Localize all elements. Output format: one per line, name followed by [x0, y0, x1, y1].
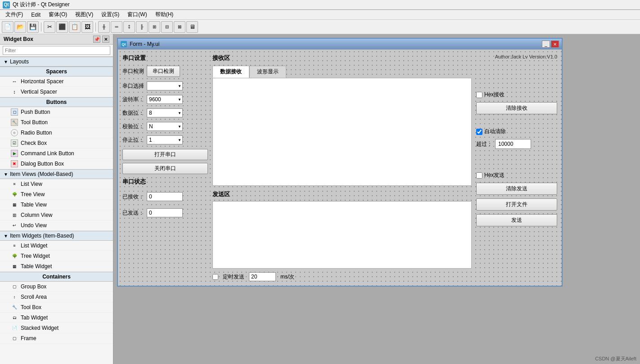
sidebar-item-group-box[interactable]: ▢ Group Box [0, 282, 113, 292]
toolbar-layout7[interactable]: ⊠ [174, 21, 185, 33]
sidebar-item-tab-widget[interactable]: 🗂 Tab Widget [0, 313, 113, 323]
sidebar-item-check-box[interactable]: ☑ Check Box [0, 138, 113, 148]
sidebar-item-stacked-widget[interactable]: 📄 Stacked Widget [0, 323, 113, 333]
sent-group: 已发送： [122, 208, 208, 217]
detect-btn[interactable]: 串口检测 [147, 66, 180, 77]
toolbar-layout4[interactable]: ╟ [136, 21, 148, 33]
send-btn[interactable]: 发送 [476, 214, 557, 226]
title-bar: Qt Qt 设计师 - Qt Designer [0, 0, 640, 10]
section-containers[interactable]: Containers [0, 272, 113, 282]
databits-select[interactable]: 8 [147, 108, 183, 117]
open-file-btn[interactable]: 打开文件 [476, 198, 557, 211]
hex-send-checkbox[interactable] [476, 172, 482, 179]
toolbar-new[interactable]: 📄 [2, 21, 14, 33]
auto-clear-checkbox[interactable] [476, 129, 482, 135]
toolbar-layout2[interactable]: ═ [111, 21, 122, 33]
section-item-widgets[interactable]: ▼ Item Widgets (Item-Based) [0, 231, 113, 241]
send-title: 发送区 [212, 190, 472, 198]
menu-file[interactable]: 文件(F) [2, 10, 27, 19]
parity-select[interactable]: N [147, 122, 183, 131]
sidebar-item-tree-widget[interactable]: 🌳 Tree Widget [0, 251, 113, 261]
toolbar-resource[interactable]: 🖼 [81, 21, 93, 33]
sidebar-item-horizontal-spacer[interactable]: ↔ Horizontal Spacer [0, 76, 113, 87]
detect-label: 串口检测 [122, 67, 144, 75]
sent-label: 已发送： [122, 209, 144, 217]
toolbar-copy[interactable]: ⬛ [56, 21, 68, 33]
scroll-area-icon: ↕ [11, 293, 18, 301]
hex-recv-checkbox[interactable] [476, 92, 482, 98]
send-textarea[interactable] [213, 202, 471, 268]
clear-send-wrapper: 清除发送 [476, 183, 557, 195]
sidebar-close-btn[interactable]: ✕ [102, 36, 109, 43]
timer-input[interactable] [249, 272, 276, 281]
form-title-bar: Qt Form - My.ui _ ✕ [118, 39, 562, 49]
command-link-icon: ▶ [11, 150, 18, 157]
toolbar-preview[interactable]: 🖥 [186, 21, 198, 33]
timeout-row: 超过： [476, 139, 557, 149]
section-spacers[interactable]: Spacers [0, 67, 113, 76]
toolbar-layout6[interactable]: ⊟ [161, 21, 173, 33]
sidebar-item-column-view[interactable]: ▥ Column View [0, 210, 113, 220]
open-port-btn[interactable]: 打开串口 [122, 149, 208, 160]
received-label: 已接收： [122, 193, 144, 201]
stopbits-select[interactable]: 1 [147, 135, 183, 144]
receive-send-panel: 接收区 数据接收 波形显示 发送区 定时发送 [212, 54, 472, 281]
auto-clear-label: 自动清除 [484, 128, 506, 135]
sidebar-item-scroll-area[interactable]: ↕ Scroll Area [0, 292, 113, 302]
section-layouts[interactable]: ▼ Layouts [0, 57, 113, 67]
toolbar-layout5[interactable]: ⊞ [149, 21, 160, 33]
section-buttons[interactable]: Buttons [0, 97, 113, 107]
sidebar-item-push-button[interactable]: ◻ Push Button [0, 107, 113, 117]
receive-textarea[interactable] [215, 80, 469, 184]
clear-send-btn[interactable]: 清除发送 [476, 183, 557, 195]
sidebar-item-dialog-button[interactable]: ✖ Dialog Button Box [0, 159, 113, 169]
menu-form[interactable]: 窗体(O) [45, 10, 71, 19]
timer-checkbox[interactable] [212, 274, 218, 280]
sidebar-item-table-view[interactable]: ▦ Table View [0, 200, 113, 210]
toolbar-layout3[interactable]: ‡ [123, 21, 135, 33]
port-select[interactable] [147, 81, 183, 90]
timeout-input[interactable] [495, 139, 531, 149]
form-close-btn[interactable]: ✕ [551, 40, 559, 48]
sidebar-item-table-widget[interactable]: ▦ Table Widget [0, 261, 113, 272]
sidebar-pin-btn[interactable]: 📌 [93, 36, 100, 43]
status-title: 串口状态 [122, 178, 208, 186]
stopbits-select-wrapper: 1 [147, 135, 183, 144]
baud-select[interactable]: 9600 [147, 95, 183, 104]
sidebar-item-tool-box[interactable]: 🔧 Tool Box [0, 302, 113, 313]
sidebar-item-frame[interactable]: ▢ Frame [0, 333, 113, 344]
form-minimize-btn[interactable]: _ [542, 40, 550, 48]
toolbar-layout1[interactable]: ╫ [98, 21, 110, 33]
databits-select-wrapper: 8 [147, 108, 183, 117]
toolbar-save[interactable]: 💾 [27, 21, 39, 33]
toolbar-paste[interactable]: 📋 [69, 21, 81, 33]
undo-view-icon: ↩ [11, 222, 18, 229]
toolbar-cut[interactable]: ✂ [44, 21, 55, 33]
received-input[interactable] [147, 192, 183, 201]
close-port-btn[interactable]: 关闭串口 [122, 163, 208, 174]
sidebar-item-radio-button[interactable]: ○ Radio Button [0, 128, 113, 138]
clear-recv-btn[interactable]: 清除接收 [476, 102, 557, 114]
sent-input[interactable] [147, 208, 183, 217]
menu-help[interactable]: 帮助(H) [152, 10, 177, 19]
menu-bar: 文件(F) Edit 窗体(O) 视图(V) 设置(S) 窗口(W) 帮助(H) [0, 10, 640, 20]
menu-view[interactable]: 视图(V) [72, 10, 97, 19]
section-item-views[interactable]: ▼ Item Views (Model-Based) [0, 169, 113, 179]
sidebar-item-tree-view[interactable]: 🌳 Tree View [0, 189, 113, 200]
sidebar-item-undo-view[interactable]: ↩ Undo View [0, 220, 113, 231]
toolbar-open[interactable]: 📂 [14, 21, 26, 33]
sidebar-item-list-widget[interactable]: ≡ List Widget [0, 241, 113, 251]
sidebar-item-command-link[interactable]: ▶ Command Link Button [0, 148, 113, 159]
tab-waveform[interactable]: 波形显示 [249, 66, 286, 78]
menu-window[interactable]: 窗口(W) [124, 10, 150, 19]
author-text: Author:Jack Lv Version:V1.0 [476, 54, 557, 59]
sidebar-item-vertical-spacer[interactable]: ↕ Vertical Spacer [0, 87, 113, 97]
sidebar-header: Widget Box 📌 ✕ [0, 34, 113, 45]
sidebar-filter-input[interactable] [3, 46, 110, 55]
tab-data-receive[interactable]: 数据接收 [212, 66, 249, 78]
sidebar-item-list-view[interactable]: ≡ List View [0, 179, 113, 189]
table-view-icon: ▦ [11, 201, 18, 208]
sidebar-item-tool-button[interactable]: 🔧 Tool Button [0, 117, 113, 128]
menu-settings[interactable]: 设置(S) [98, 10, 123, 19]
menu-edit[interactable]: Edit [27, 11, 44, 19]
